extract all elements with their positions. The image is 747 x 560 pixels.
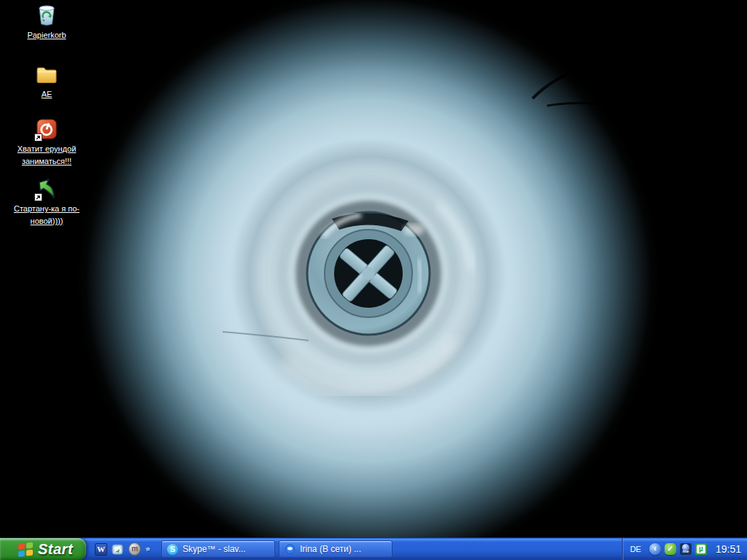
clock[interactable]: 19:51 xyxy=(716,543,741,555)
taskbar-button-label: Skype™ - slav... xyxy=(182,544,245,554)
start-button-label: Start xyxy=(38,541,73,558)
taskbar-buttons: S Skype™ - slav... Irina (В сети) ... xyxy=(161,540,392,558)
system-tray: DE ‹ ✓ me µ 19:51 xyxy=(622,538,747,560)
quick-launch-show-desktop[interactable] xyxy=(112,543,124,556)
windows-logo-icon xyxy=(18,542,34,557)
mailru-agent-icon[interactable]: me xyxy=(680,543,692,555)
taskbar-button-skype[interactable]: S Skype™ - slav... xyxy=(161,540,275,558)
taskbar: Start W m » S Skype™ - slav... xyxy=(0,537,747,560)
skype-icon: S xyxy=(167,544,178,555)
green-arrow-icon xyxy=(35,177,58,201)
hide-tray-icons-button[interactable]: ‹ xyxy=(649,543,661,555)
desktop-icon-papierkorb[interactable]: Papierkorb xyxy=(3,4,90,42)
desktop-icon-ae-folder[interactable]: AE xyxy=(3,63,90,101)
quick-launch-overflow-chevron-icon[interactable]: » xyxy=(144,543,151,553)
desktop-icon-label: Хватит ерундой заниматься!!! xyxy=(4,143,90,167)
wallpaper-scratch-marks xyxy=(503,11,747,157)
taskbar-button-irina-chat[interactable]: Irina (В сети) ... xyxy=(279,540,392,558)
start-button[interactable]: Start xyxy=(0,538,86,560)
sink-drain-image xyxy=(215,120,522,427)
utorrent-icon[interactable]: µ xyxy=(695,543,707,555)
folder-icon xyxy=(35,63,58,86)
taskbar-button-label: Irina (В сети) ... xyxy=(300,544,361,554)
desktop-icon-label: AE xyxy=(42,88,53,101)
mailru-me-label: me xyxy=(683,550,689,553)
quick-launch-maxthon[interactable]: m xyxy=(128,543,141,556)
show-desktop-icon xyxy=(112,543,124,556)
desktop-icon-power-shortcut[interactable]: Хватит ерундой заниматься!!! xyxy=(3,117,90,167)
recycle-bin-icon xyxy=(35,4,58,27)
language-indicator[interactable]: DE xyxy=(630,545,641,553)
chat-bubble-icon xyxy=(285,544,295,555)
power-shutdown-icon xyxy=(35,117,58,141)
word-icon: W xyxy=(95,543,107,556)
desktop: Papierkorb AE xyxy=(0,0,747,537)
quick-launch-bar: W m » xyxy=(95,543,150,556)
shortcut-arrow-icon xyxy=(34,133,42,141)
desktop-icon-label: Papierkorb xyxy=(27,29,66,42)
maxthon-icon: m xyxy=(128,542,141,556)
desktop-icon-restart-shortcut[interactable]: Стартану-ка я по-новой)))) xyxy=(3,177,90,227)
shortcut-arrow-icon xyxy=(34,193,42,201)
quick-launch-word[interactable]: W xyxy=(95,543,107,556)
desktop-icon-label: Стартану-ка я по-новой)))) xyxy=(4,203,90,227)
utorrent-mu-glyph: µ xyxy=(697,545,705,553)
skype-online-status-icon[interactable]: ✓ xyxy=(665,543,676,555)
